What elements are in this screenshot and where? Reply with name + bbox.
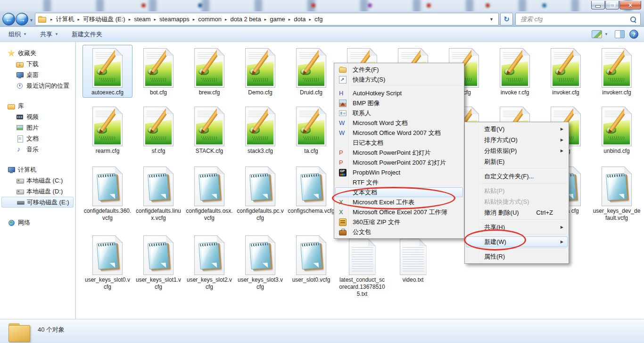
file-label: invoker.cfg [552, 89, 579, 96]
file-label: unbind.cfg [603, 148, 629, 155]
menu-item-label: 共享(H) [484, 223, 505, 232]
menu-item-shortcut[interactable]: 快捷方式(S) [335, 75, 463, 84]
file-item[interactable]: autoexec.cfg [83, 45, 132, 98]
menu-item-folder[interactable]: 文件夹(F) [335, 65, 463, 75]
file-item[interactable]: user_slot0.vcfg [286, 232, 336, 285]
shortcut-icon [339, 76, 347, 84]
menu-item-journal-document[interactable]: 日记本文档 [335, 138, 463, 148]
menu-item-group-by[interactable]: 分组依据(P)▶ [466, 145, 568, 156]
file-item[interactable]: user_keys_dev_default.vcfg [592, 163, 642, 223]
file-label: user_keys_slot1.vcfg [134, 276, 182, 291]
file-item[interactable]: user_keys_slot1.vcfg [133, 232, 183, 292]
file-item[interactable]: configdefaults.360.vcfg [83, 163, 132, 223]
journal-icon [339, 139, 347, 147]
menu-item-undo-delete[interactable]: 撤消 删除(U)Ctrl+Z [466, 207, 568, 218]
notepad-file-icon [296, 165, 326, 206]
menu-item-label: 联系人 [353, 109, 371, 117]
submenu-arrow-icon: ▶ [561, 127, 563, 131]
file-label: brew.cfg [199, 89, 220, 96]
menu-item-label: Microsoft Excel 工作表 [353, 198, 414, 207]
excel-icon [339, 199, 347, 206]
file-item[interactable]: user_keys_slot0.vcfg [83, 232, 132, 292]
menu-item-bmp-image[interactable]: BMP 图像 [335, 98, 463, 108]
menu-item-label: 粘贴(P) [484, 187, 504, 195]
notepad-file-icon [194, 165, 224, 206]
file-label: user_keys_slot2.vcfg [185, 276, 233, 291]
menu-item-customize-folder[interactable]: 自定义文件夹(F)... [466, 171, 568, 182]
file-item[interactable]: user_keys_slot2.vcfg [184, 232, 234, 292]
file-item[interactable]: ta.cfg [286, 103, 336, 156]
menu-item-autohotkey-script[interactable]: AutoHotkey Script [335, 88, 463, 98]
ahk-icon [339, 90, 347, 97]
menu-item-share[interactable]: 共享(H)▶ [466, 222, 568, 233]
npp-file-icon [92, 46, 123, 88]
file-item[interactable]: video.txt [388, 232, 438, 285]
window-controls: × [591, 1, 641, 9]
menu-item-zip-360[interactable]: 360压缩 ZIP 文件 [335, 217, 463, 227]
close-button[interactable]: × [619, 1, 641, 9]
menu-separator [481, 219, 567, 220]
file-item[interactable]: configdefaults.osx.vcfg [184, 163, 234, 223]
menu-item-label: Microsoft Word 文档 [353, 119, 408, 127]
file-item[interactable]: brew.cfg [184, 45, 234, 98]
file-item[interactable]: rearm.cfg [83, 103, 132, 156]
file-item[interactable]: user_keys_slot3.vcfg [235, 232, 285, 292]
menu-item-propbwin-project[interactable]: PropbWin Project [335, 167, 463, 177]
word-icon [339, 129, 347, 137]
menu-item-view[interactable]: 查看(V)▶ [466, 124, 568, 134]
close-icon: × [628, 2, 632, 8]
file-item[interactable]: invoke r.cfg [490, 45, 540, 98]
menu-item-label: 文件夹(F) [353, 66, 379, 74]
file-item[interactable]: STACK.cfg [184, 103, 234, 156]
npp-file-icon [194, 46, 224, 88]
file-label: ta.cfg [304, 148, 318, 155]
menu-item-label: 刷新(E) [484, 158, 504, 166]
file-item[interactable]: Druid.cfg [286, 45, 336, 98]
notepad-file-icon [245, 234, 275, 275]
menu-item-refresh[interactable]: 刷新(E) [466, 156, 568, 167]
file-item[interactable]: invoker.cfg [541, 45, 591, 98]
new-submenu: 文件夹(F)快捷方式(S)AutoHotkey ScriptBMP 图像联系人M… [334, 63, 464, 239]
file-item[interactable]: stack3.cfg [235, 103, 285, 156]
minimize-button[interactable] [591, 1, 605, 9]
file-item[interactable]: Demo.cfg [235, 45, 285, 98]
file-item[interactable]: configschema.vcfg [286, 163, 336, 216]
menu-item-properties[interactable]: 属性(R) [466, 251, 568, 262]
menu-item-word-2007-document[interactable]: Microsoft Office Word 2007 文档 [335, 128, 463, 138]
menu-item-briefcase[interactable]: 公文包 [335, 227, 463, 237]
menu-item-powerpoint-slide[interactable]: Microsoft PowerPoint 幻灯片 [335, 148, 463, 158]
textdoc-icon [339, 189, 347, 196]
menu-item-sort-by[interactable]: 排序方式(O)▶ [466, 134, 568, 145]
menu-item-contact[interactable]: 联系人 [335, 108, 463, 118]
file-label: configdefaults.pc.vcfg [236, 208, 284, 222]
menu-item-new[interactable]: 新建(W)▶ [466, 236, 568, 247]
menu-separator [481, 249, 567, 250]
notepad-file-icon [296, 234, 326, 275]
file-item[interactable]: bot.cfg [133, 45, 183, 98]
menu-item-word-document[interactable]: Microsoft Word 文档 [335, 118, 463, 128]
file-label: STACK.cfg [196, 148, 223, 155]
restore-button[interactable] [605, 1, 619, 9]
file-label: video.txt [403, 276, 424, 284]
item-count: 40 个对象 [38, 326, 65, 334]
menu-item-excel-2007-workbook[interactable]: Microsoft Office Excel 2007 工作簿 [335, 207, 463, 217]
folder-icon [8, 323, 32, 342]
file-label: rearm.cfg [96, 148, 120, 155]
file-item[interactable]: sf.cfg [133, 103, 183, 156]
file-item[interactable]: configdefaults.linux.vcfg [133, 163, 183, 223]
npp-file-icon [245, 46, 275, 88]
menu-item-label: 排序方式(O) [484, 136, 518, 144]
menu-item-powerpoint-2007-slide[interactable]: Microsoft PowerPoint 2007 幻灯片 [335, 158, 463, 167]
menu-item-shortcut: Ctrl+Z [536, 209, 553, 216]
menu-item-rtf-file[interactable]: RTF 文件 [335, 177, 463, 187]
file-item[interactable]: unbind.cfg [592, 103, 642, 156]
file-item[interactable]: latest_conduct_scorecard.136785105.txt [337, 232, 387, 299]
file-label: configdefaults.linux.vcfg [134, 208, 182, 222]
zip-icon [339, 218, 347, 226]
menu-item-paste-shortcut: 粘贴快捷方式(S) [466, 196, 568, 207]
menu-item-excel-worksheet[interactable]: Microsoft Excel 工作表 [335, 197, 463, 207]
file-item[interactable]: configdefaults.pc.vcfg [235, 163, 285, 223]
npp-file-icon [602, 105, 632, 146]
file-item[interactable]: invokerr.cfg [592, 45, 642, 98]
menu-item-text-document[interactable]: 文本文档 [335, 187, 463, 197]
